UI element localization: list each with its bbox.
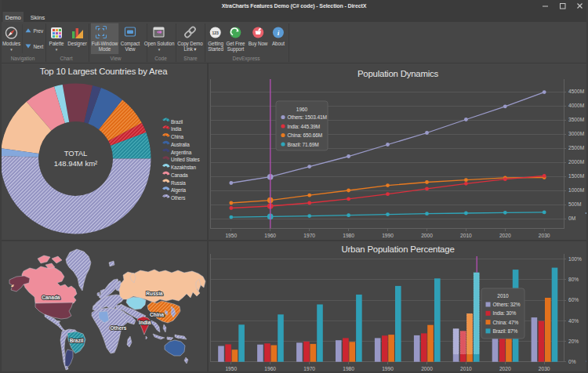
svg-text:Russia: Russia xyxy=(146,291,163,296)
svg-text:1950: 1950 xyxy=(225,233,237,238)
svg-text:2020: 2020 xyxy=(499,366,511,371)
svg-text:Modules: Modules xyxy=(2,41,20,46)
svg-text:DevExpress: DevExpress xyxy=(232,56,260,62)
svg-text:China: China xyxy=(150,312,164,317)
svg-text:Argentina: Argentina xyxy=(171,150,192,156)
svg-text:3500M: 3500M xyxy=(568,117,584,122)
svg-text:India: India xyxy=(139,320,151,325)
svg-text:Others: 32%: Others: 32% xyxy=(493,302,521,307)
svg-text:2020: 2020 xyxy=(499,233,511,238)
svg-text:500M: 500M xyxy=(568,201,582,207)
svg-text:2010: 2010 xyxy=(497,293,509,299)
svg-text:TOTAL: TOTAL xyxy=(64,149,88,158)
svg-text:1960: 1960 xyxy=(264,233,276,238)
svg-text:Population Dynamics: Population Dynamics xyxy=(358,69,439,78)
svg-text:2010: 2010 xyxy=(460,233,472,238)
svg-text:2010: 2010 xyxy=(460,366,472,371)
svg-text:1980: 1980 xyxy=(343,366,354,371)
svg-text:1970: 1970 xyxy=(303,233,315,238)
svg-text:2000M: 2000M xyxy=(568,159,584,165)
svg-text:1960: 1960 xyxy=(296,107,308,112)
svg-text:Navigation: Navigation xyxy=(11,56,35,62)
svg-text:0M: 0M xyxy=(568,215,575,221)
svg-text:View: View xyxy=(111,56,122,61)
svg-text:China: 47%: China: 47% xyxy=(493,320,519,325)
svg-text:1950: 1950 xyxy=(225,366,237,371)
svg-text:Top 10 Largest Countries by Ar: Top 10 Largest Countries by Area xyxy=(40,67,169,76)
svg-text:2500M: 2500M xyxy=(568,145,584,150)
svg-text:Others: Others xyxy=(111,325,127,331)
svg-text:2030: 2030 xyxy=(539,366,550,371)
svg-text:XtraCharts Features Demo (C# c: XtraCharts Features Demo (C# code) - Sel… xyxy=(222,3,367,9)
svg-text:Open Solution: Open Solution xyxy=(144,41,175,47)
svg-text:India: 445.39M: India: 445.39M xyxy=(288,124,321,129)
svg-text:20%: 20% xyxy=(568,339,579,344)
svg-text:123: 123 xyxy=(212,31,220,35)
svg-text:Palette: Palette xyxy=(49,41,65,46)
svg-text:Code: Code xyxy=(154,56,167,61)
svg-text:2000: 2000 xyxy=(421,366,433,371)
svg-text:1980: 1980 xyxy=(343,233,354,238)
svg-text:Skins: Skins xyxy=(31,14,45,21)
svg-text:2000: 2000 xyxy=(421,233,433,238)
svg-text:Get Free: Get Free xyxy=(226,41,245,46)
svg-text:1990: 1990 xyxy=(382,233,394,238)
svg-text:1970: 1970 xyxy=(303,366,315,371)
svg-text:About: About xyxy=(272,41,285,46)
svg-text:Canada: Canada xyxy=(171,172,188,178)
svg-text:Link ▾: Link ▾ xyxy=(184,46,198,52)
svg-text:United States: United States xyxy=(171,157,200,162)
svg-text:India: 30%: India: 30% xyxy=(493,310,517,316)
svg-text:Russia: Russia xyxy=(171,180,186,186)
svg-text:Buy Now: Buy Now xyxy=(249,41,268,47)
svg-text:India: India xyxy=(171,126,182,132)
svg-text:4500M: 4500M xyxy=(568,89,584,94)
svg-text:Others: Others xyxy=(171,195,185,201)
svg-text:Support: Support xyxy=(227,46,245,53)
svg-text:Share: Share xyxy=(183,56,198,61)
svg-text:Urban Population Percentage: Urban Population Percentage xyxy=(341,244,454,254)
svg-text:Brazil: 87%: Brazil: 87% xyxy=(493,328,518,334)
svg-text:60%: 60% xyxy=(568,297,579,302)
svg-text:China: 650.66M: China: 650.66M xyxy=(288,132,323,138)
svg-text:40%: 40% xyxy=(568,318,579,324)
svg-text:Brazil: Brazil xyxy=(171,119,183,125)
svg-text:Mode: Mode xyxy=(99,46,111,52)
svg-text:Next: Next xyxy=(34,44,44,49)
svg-text:Kazakhstan: Kazakhstan xyxy=(171,165,197,170)
svg-text:0%: 0% xyxy=(568,359,576,364)
svg-text:Prev: Prev xyxy=(34,28,44,34)
svg-text:Algeria: Algeria xyxy=(171,187,186,194)
svg-text:100%: 100% xyxy=(568,256,582,262)
svg-text:Others: 1503.41M: Others: 1503.41M xyxy=(288,114,327,120)
svg-text:Brazil: Brazil xyxy=(70,338,84,343)
svg-text:Started: Started xyxy=(208,46,223,52)
svg-text:148.94M km²: 148.94M km² xyxy=(54,159,97,168)
svg-text:Brazil: 71.69M: Brazil: 71.69M xyxy=(288,142,319,147)
svg-text:1990: 1990 xyxy=(382,366,394,371)
svg-text:Chart: Chart xyxy=(60,56,73,61)
svg-text:80%: 80% xyxy=(568,277,579,282)
svg-text:1500M: 1500M xyxy=(568,173,584,179)
svg-text:Full-Window: Full-Window xyxy=(92,41,118,46)
svg-text:Designer: Designer xyxy=(67,41,86,47)
svg-text:3000M: 3000M xyxy=(568,131,584,136)
svg-text:Canada: Canada xyxy=(42,295,60,300)
svg-text:2030: 2030 xyxy=(539,233,550,238)
svg-text:Australia: Australia xyxy=(171,142,190,147)
svg-text:4000M: 4000M xyxy=(568,103,584,108)
svg-text:View: View xyxy=(125,46,136,52)
svg-text:China: China xyxy=(171,134,184,139)
svg-text:Demo: Demo xyxy=(5,14,21,21)
svg-text:1000M: 1000M xyxy=(568,187,584,193)
svg-text:1960: 1960 xyxy=(264,366,276,371)
